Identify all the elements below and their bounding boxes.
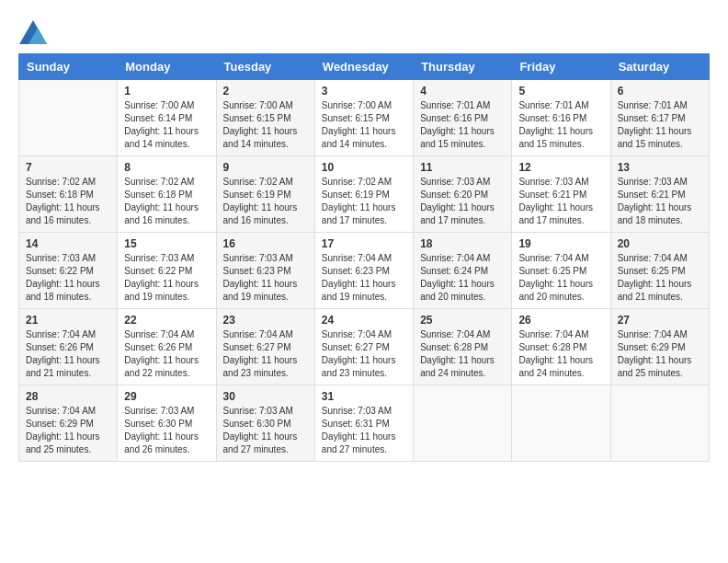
day-info: Sunrise: 7:03 AMSunset: 6:30 PMDaylight:… xyxy=(223,405,308,456)
day-number: 26 xyxy=(518,314,603,327)
calendar-week-row: 7Sunrise: 7:02 AMSunset: 6:18 PMDaylight… xyxy=(19,155,710,232)
day-number: 29 xyxy=(124,390,209,403)
daylight-text: Daylight: 11 hours and 23 minutes. xyxy=(223,355,298,378)
day-number: 19 xyxy=(518,237,603,250)
logo-text xyxy=(18,18,48,44)
sunset-text: Sunset: 6:22 PM xyxy=(26,266,94,276)
sunset-text: Sunset: 6:30 PM xyxy=(124,419,192,429)
day-number: 24 xyxy=(322,314,406,327)
calendar-day-cell: 6Sunrise: 7:01 AMSunset: 6:17 PMDaylight… xyxy=(610,79,709,155)
calendar-day-cell: 9Sunrise: 7:02 AMSunset: 6:19 PMDaylight… xyxy=(216,155,314,232)
daylight-text: Daylight: 11 hours and 17 minutes. xyxy=(322,202,396,225)
day-info: Sunrise: 7:04 AMSunset: 6:25 PMDaylight:… xyxy=(618,252,702,304)
daylight-text: Daylight: 11 hours and 24 minutes. xyxy=(518,355,593,378)
sunrise-text: Sunrise: 7:01 AM xyxy=(518,100,588,110)
sunset-text: Sunset: 6:28 PM xyxy=(518,342,586,352)
sunset-text: Sunset: 6:20 PM xyxy=(420,190,488,200)
sunset-text: Sunset: 6:19 PM xyxy=(322,190,390,200)
day-info: Sunrise: 7:04 AMSunset: 6:27 PMDaylight:… xyxy=(322,328,406,380)
day-info: Sunrise: 7:04 AMSunset: 6:27 PMDaylight:… xyxy=(223,328,308,380)
day-number: 3 xyxy=(322,85,406,98)
daylight-text: Daylight: 11 hours and 25 minutes. xyxy=(26,431,100,454)
sunset-text: Sunset: 6:29 PM xyxy=(26,419,94,429)
sunset-text: Sunset: 6:16 PM xyxy=(420,113,488,123)
sunrise-text: Sunrise: 7:04 AM xyxy=(26,329,96,339)
sunset-text: Sunset: 6:21 PM xyxy=(518,190,586,200)
day-info: Sunrise: 7:02 AMSunset: 6:18 PMDaylight:… xyxy=(124,176,209,227)
sunrise-text: Sunrise: 7:04 AM xyxy=(618,253,688,263)
day-info: Sunrise: 7:00 AMSunset: 6:14 PMDaylight:… xyxy=(124,99,209,151)
day-info: Sunrise: 7:01 AMSunset: 6:17 PMDaylight:… xyxy=(618,99,702,151)
sunrise-text: Sunrise: 7:03 AM xyxy=(322,406,392,416)
day-number: 1 xyxy=(124,85,209,98)
sunset-text: Sunset: 6:27 PM xyxy=(223,342,291,352)
calendar-day-cell: 20Sunrise: 7:04 AMSunset: 6:25 PMDayligh… xyxy=(610,232,709,308)
sunrise-text: Sunrise: 7:04 AM xyxy=(420,329,490,339)
sunrise-text: Sunrise: 7:03 AM xyxy=(518,177,588,187)
day-info: Sunrise: 7:00 AMSunset: 6:15 PMDaylight:… xyxy=(223,99,308,151)
sunset-text: Sunset: 6:18 PM xyxy=(26,190,94,200)
day-of-week-header: Thursday xyxy=(414,53,512,79)
calendar-day-cell xyxy=(512,385,610,461)
daylight-text: Daylight: 11 hours and 19 minutes. xyxy=(223,279,298,302)
sunrise-text: Sunrise: 7:04 AM xyxy=(322,253,392,263)
logo xyxy=(18,18,48,44)
sunset-text: Sunset: 6:17 PM xyxy=(618,113,686,123)
calendar-day-cell: 17Sunrise: 7:04 AMSunset: 6:23 PMDayligh… xyxy=(314,232,413,308)
day-number: 23 xyxy=(223,314,308,327)
day-number: 28 xyxy=(26,390,110,403)
daylight-text: Daylight: 11 hours and 16 minutes. xyxy=(124,202,199,225)
day-info: Sunrise: 7:04 AMSunset: 6:24 PMDaylight:… xyxy=(420,252,505,304)
day-number: 6 xyxy=(618,85,702,98)
sunset-text: Sunset: 6:23 PM xyxy=(223,266,291,276)
daylight-text: Daylight: 11 hours and 20 minutes. xyxy=(420,279,495,302)
day-number: 10 xyxy=(322,161,406,174)
daylight-text: Daylight: 11 hours and 21 minutes. xyxy=(618,279,692,302)
sunrise-text: Sunrise: 7:04 AM xyxy=(124,329,194,339)
daylight-text: Daylight: 11 hours and 20 minutes. xyxy=(518,279,593,302)
sunrise-text: Sunrise: 7:03 AM xyxy=(223,253,293,263)
day-info: Sunrise: 7:03 AMSunset: 6:22 PMDaylight:… xyxy=(124,252,209,304)
day-info: Sunrise: 7:04 AMSunset: 6:23 PMDaylight:… xyxy=(322,252,406,304)
sunset-text: Sunset: 6:16 PM xyxy=(518,113,586,123)
day-number: 27 xyxy=(618,314,702,327)
sunrise-text: Sunrise: 7:04 AM xyxy=(223,329,293,339)
calendar-week-row: 1Sunrise: 7:00 AMSunset: 6:14 PMDaylight… xyxy=(19,79,710,155)
daylight-text: Daylight: 11 hours and 27 minutes. xyxy=(223,431,298,454)
day-number: 8 xyxy=(124,161,209,174)
daylight-text: Daylight: 11 hours and 17 minutes. xyxy=(420,202,495,225)
sunrise-text: Sunrise: 7:00 AM xyxy=(223,100,293,110)
calendar-day-cell: 29Sunrise: 7:03 AMSunset: 6:30 PMDayligh… xyxy=(118,385,216,461)
daylight-text: Daylight: 11 hours and 15 minutes. xyxy=(618,126,692,149)
day-info: Sunrise: 7:01 AMSunset: 6:16 PMDaylight:… xyxy=(420,99,505,151)
calendar-day-cell xyxy=(19,79,118,155)
day-info: Sunrise: 7:03 AMSunset: 6:20 PMDaylight:… xyxy=(420,176,505,227)
sunset-text: Sunset: 6:18 PM xyxy=(124,190,192,200)
sunset-text: Sunset: 6:30 PM xyxy=(223,419,291,429)
sunrise-text: Sunrise: 7:04 AM xyxy=(518,253,588,263)
day-info: Sunrise: 7:02 AMSunset: 6:19 PMDaylight:… xyxy=(322,176,406,227)
calendar-week-row: 28Sunrise: 7:04 AMSunset: 6:29 PMDayligh… xyxy=(19,385,710,461)
sunrise-text: Sunrise: 7:02 AM xyxy=(223,177,293,187)
daylight-text: Daylight: 11 hours and 24 minutes. xyxy=(420,355,495,378)
day-of-week-header: Saturday xyxy=(610,53,709,79)
sunrise-text: Sunrise: 7:01 AM xyxy=(618,100,688,110)
day-info: Sunrise: 7:04 AMSunset: 6:26 PMDaylight:… xyxy=(124,328,209,380)
sunset-text: Sunset: 6:15 PM xyxy=(223,113,291,123)
daylight-text: Daylight: 11 hours and 16 minutes. xyxy=(223,202,298,225)
daylight-text: Daylight: 11 hours and 15 minutes. xyxy=(518,126,593,149)
sunrise-text: Sunrise: 7:03 AM xyxy=(223,406,293,416)
calendar-day-cell: 26Sunrise: 7:04 AMSunset: 6:28 PMDayligh… xyxy=(512,308,610,385)
day-number: 7 xyxy=(26,161,110,174)
calendar-day-cell: 8Sunrise: 7:02 AMSunset: 6:18 PMDaylight… xyxy=(118,155,216,232)
day-number: 16 xyxy=(223,237,308,250)
calendar-day-cell: 2Sunrise: 7:00 AMSunset: 6:15 PMDaylight… xyxy=(216,79,314,155)
page-header xyxy=(18,18,710,44)
calendar-day-cell: 15Sunrise: 7:03 AMSunset: 6:22 PMDayligh… xyxy=(118,232,216,308)
daylight-text: Daylight: 11 hours and 18 minutes. xyxy=(618,202,692,225)
sunset-text: Sunset: 6:28 PM xyxy=(420,342,488,352)
daylight-text: Daylight: 11 hours and 22 minutes. xyxy=(124,355,199,378)
sunset-text: Sunset: 6:26 PM xyxy=(26,342,94,352)
day-info: Sunrise: 7:04 AMSunset: 6:29 PMDaylight:… xyxy=(26,405,110,456)
day-info: Sunrise: 7:04 AMSunset: 6:28 PMDaylight:… xyxy=(518,328,603,380)
